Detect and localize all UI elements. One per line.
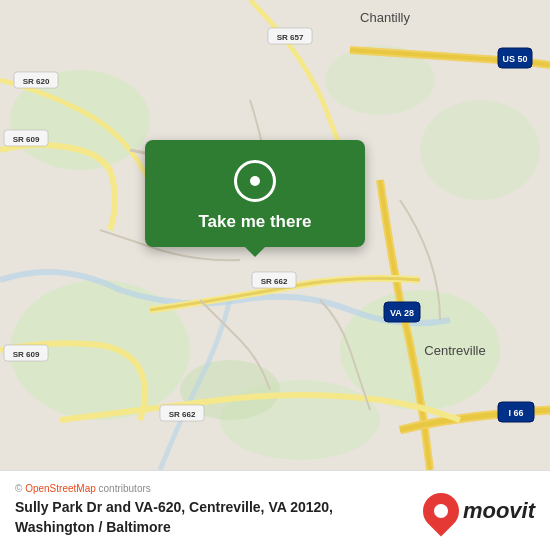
address-line2: Washington / Baltimore bbox=[15, 519, 171, 535]
svg-text:SR 657: SR 657 bbox=[277, 33, 304, 42]
svg-text:SR 620: SR 620 bbox=[23, 77, 50, 86]
svg-text:I 66: I 66 bbox=[508, 408, 523, 418]
info-bar: © OpenStreetMap© OpenStreetMap contribut… bbox=[0, 470, 550, 550]
svg-text:Chantilly: Chantilly bbox=[360, 10, 410, 25]
moovit-icon bbox=[415, 485, 466, 536]
address-text: Sully Park Dr and VA-620, Centreville, V… bbox=[15, 498, 423, 537]
svg-text:SR 609: SR 609 bbox=[13, 135, 40, 144]
contributors-suffix: contributors bbox=[96, 483, 151, 494]
copyright-symbol: © bbox=[15, 483, 25, 494]
info-left: © OpenStreetMap© OpenStreetMap contribut… bbox=[15, 483, 423, 537]
copyright-line: © OpenStreetMap© OpenStreetMap contribut… bbox=[15, 483, 423, 494]
moovit-logo[interactable]: moovit bbox=[423, 493, 535, 529]
svg-text:SR 662: SR 662 bbox=[169, 410, 196, 419]
svg-point-5 bbox=[420, 100, 540, 200]
moovit-text: moovit bbox=[463, 498, 535, 524]
map-container: SR 609 SR 609 SR 620 SR 657 SR 662 SR 66… bbox=[0, 0, 550, 470]
openstreetmap-link[interactable]: OpenStreetMap bbox=[25, 483, 96, 494]
address-line1: Sully Park Dr and VA-620, Centreville, V… bbox=[15, 499, 333, 515]
svg-text:Centreville: Centreville bbox=[424, 343, 485, 358]
svg-text:US 50: US 50 bbox=[502, 54, 527, 64]
svg-text:SR 609: SR 609 bbox=[13, 350, 40, 359]
take-me-there-button[interactable]: Take me there bbox=[198, 212, 311, 232]
svg-text:VA 28: VA 28 bbox=[390, 308, 414, 318]
take-me-there-popup[interactable]: Take me there bbox=[145, 140, 365, 247]
location-pin-icon bbox=[234, 160, 276, 202]
svg-text:SR 662: SR 662 bbox=[261, 277, 288, 286]
